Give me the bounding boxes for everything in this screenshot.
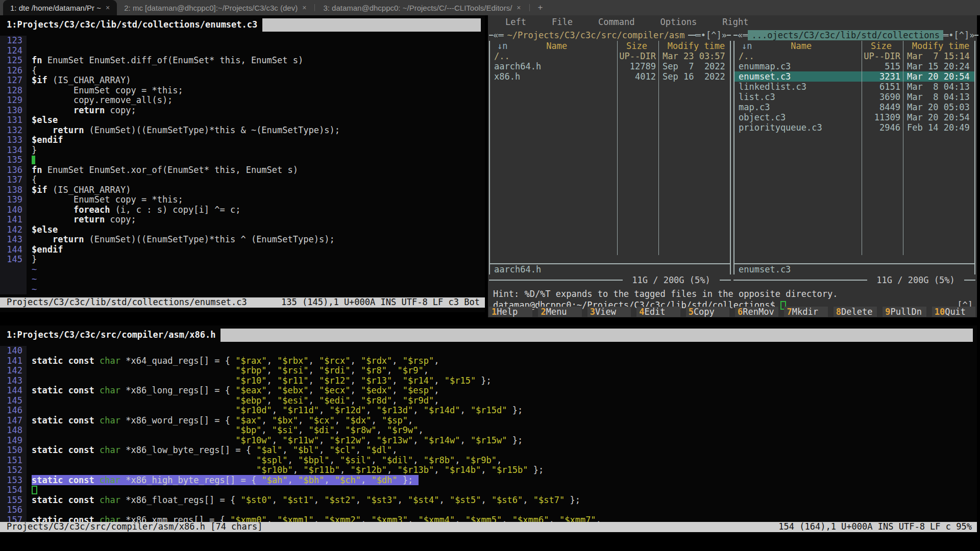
code-line[interactable]: 128 EnumSet copy = *this; bbox=[0, 86, 485, 96]
mc-menu-right[interactable]: Right bbox=[722, 17, 748, 27]
column-header-time[interactable]: Modify time bbox=[903, 41, 974, 51]
code-line[interactable]: 123 bbox=[0, 36, 485, 46]
column-header-size[interactable]: Size bbox=[617, 41, 659, 51]
code-line[interactable]: 156 bbox=[0, 505, 977, 515]
code-line[interactable]: 125fn EnumSet EnumSet.diff_of(EnumSet* t… bbox=[0, 56, 485, 66]
file-row[interactable]: object.c311309Mar 20 20:54 bbox=[734, 112, 974, 122]
sort-indicator[interactable]: ↓n bbox=[494, 41, 507, 51]
dte-editor-enumset-pane[interactable]: 1:Projects/C3/c3c/lib/std/collections/en… bbox=[0, 15, 485, 312]
fkey-number: 7 bbox=[784, 307, 792, 317]
fkey-7-mkdir[interactable]: 7Mkdir bbox=[784, 307, 827, 317]
fkey-8-delete[interactable]: 8Delete bbox=[834, 307, 877, 317]
code-line[interactable]: 152 "$r10b", "$r11b", "$r12b", "$r13b", … bbox=[0, 465, 977, 475]
code-line[interactable]: 142$else bbox=[0, 225, 485, 235]
code-area[interactable]: 123124125fn EnumSet EnumSet.diff_of(Enum… bbox=[0, 36, 485, 294]
panel-header[interactable]: «═...ojects/C3/c3c/lib/std/collections═•… bbox=[733, 30, 975, 41]
tab-close-icon[interactable]: × bbox=[517, 4, 521, 12]
code-line[interactable]: 139 EnumSet copy = *this; bbox=[0, 195, 485, 205]
dte-editor-x86h-pane[interactable]: 1:Projects/C3/c3c/src/compiler/asm/x86.h… bbox=[0, 325, 977, 532]
editor-title-bar: 1:Projects/C3/c3c/src/compiler/asm/x86.h bbox=[0, 329, 977, 342]
fkey-number: 10 bbox=[932, 307, 945, 317]
code-line[interactable]: 134} bbox=[0, 145, 485, 156]
code-line[interactable]: 137{ bbox=[0, 175, 485, 185]
code-line[interactable]: 136fn EnumSet EnumSet.xor_of(EnumSet* th… bbox=[0, 165, 485, 176]
line-number: 150 bbox=[0, 445, 27, 456]
line-number bbox=[0, 265, 27, 275]
fkey-4-edit[interactable]: 4Edit bbox=[636, 307, 680, 317]
tab-close-icon[interactable]: × bbox=[106, 4, 110, 12]
file-row[interactable]: aarch64.h12789Sep 7 2022 bbox=[490, 61, 730, 71]
code-line[interactable]: 133$endif bbox=[0, 135, 485, 145]
code-area[interactable]: 140141static const char *x64_quad_regs[]… bbox=[0, 346, 977, 525]
file-mtime: Sep 16 2022 bbox=[659, 71, 730, 82]
code-line[interactable]: 141 return copy; bbox=[0, 215, 485, 225]
panel-header[interactable]: «═~/Projects/C3/c3c/src/compiler/asm═•[^… bbox=[489, 30, 731, 41]
mc-menu-command[interactable]: Command bbox=[598, 17, 635, 27]
code-line[interactable]: 150static const char *x86_low_byte_regs[… bbox=[0, 445, 977, 456]
file-row[interactable]: linkedlist.c36151Mar 8 04:13 bbox=[734, 82, 974, 92]
file-row[interactable]: /..UP--DIRMar 7 15:14 bbox=[734, 51, 974, 61]
code-line[interactable]: 140 foreach (i, c : s) copy[i] ^= c; bbox=[0, 205, 485, 215]
code-line[interactable]: 132 return (EnumSet)((EnumSetType)*this … bbox=[0, 126, 485, 136]
code-line[interactable]: 143 "$r10", "$r11", "$r12", "$r13", "$r1… bbox=[0, 376, 977, 386]
file-name: map.c3 bbox=[739, 102, 770, 112]
code-line[interactable]: 140 bbox=[0, 346, 977, 356]
code-line[interactable]: 146 "$r10d", "$r11d", "$r12d", "$r13d", … bbox=[0, 406, 977, 416]
sort-indicator[interactable]: ↓n bbox=[739, 41, 752, 51]
fkey-6-renmov[interactable]: 6RenMov bbox=[735, 307, 778, 317]
line-number: 144 bbox=[0, 386, 27, 396]
code-line[interactable]: 138$if (IS_CHAR_ARRAY) bbox=[0, 185, 485, 195]
code-line[interactable]: 155static const char *x86_float_regs[] =… bbox=[0, 495, 977, 506]
file-row[interactable]: /..UP--DIRMar 23 03:57 bbox=[490, 51, 730, 61]
fkey-9-pulldn[interactable]: 9PullDn bbox=[883, 307, 926, 317]
column-header-name[interactable]: Name bbox=[752, 41, 850, 51]
code-line[interactable]: 145} bbox=[0, 255, 485, 265]
file-row[interactable]: enumset.c33231Mar 20 20:54 bbox=[734, 71, 974, 82]
file-row[interactable]: enummap.c3515Mar 15 20:24 bbox=[734, 61, 974, 71]
code-line-text: EnumSet copy = *this; bbox=[27, 86, 183, 96]
fkey-10-quit[interactable]: 10Quit bbox=[932, 307, 975, 317]
tab-close-icon[interactable]: × bbox=[302, 4, 306, 12]
file-row-empty bbox=[490, 163, 730, 173]
file-mtime: Mar 20 20:54 bbox=[903, 71, 974, 82]
tab-2[interactable]: 2: mc [dataman@dhcppc0]:~/Projects/C3/c3… bbox=[117, 0, 313, 15]
fkey-5-copy[interactable]: 5Copy bbox=[686, 307, 729, 317]
code-line[interactable]: 151 "$spl", "$bpl", "$sil", "$dil", "$r8… bbox=[0, 456, 977, 466]
code-line[interactable]: 144static const char *x86_long_regs[] = … bbox=[0, 386, 977, 396]
code-line[interactable]: 135 bbox=[0, 155, 485, 165]
mc-menu-file[interactable]: File bbox=[552, 17, 573, 27]
code-line[interactable]: 142 "$rbp", "$rsi", "$rdi", "$r8", "$r9"… bbox=[0, 366, 977, 376]
code-line[interactable]: 154 bbox=[0, 485, 977, 495]
mc-menu-left[interactable]: Left bbox=[505, 17, 526, 27]
code-line[interactable]: 141static const char *x64_quad_regs[] = … bbox=[0, 356, 977, 366]
code-line[interactable]: 148 "$bp", "$si", "$di", "$r8w", "$r9w", bbox=[0, 425, 977, 436]
new-tab-button[interactable]: + bbox=[531, 0, 550, 15]
code-line-text: } bbox=[27, 145, 37, 156]
code-line[interactable]: 129 copy.remove_all(s); bbox=[0, 95, 485, 106]
file-row[interactable]: x86.h4012Sep 16 2022 bbox=[490, 71, 730, 82]
tab-1[interactable]: 1: dte /home/dataman/Pr ~× bbox=[3, 0, 117, 15]
mc-menu-options[interactable]: Options bbox=[660, 17, 697, 27]
code-line[interactable]: 149 "$r10w", "$r11w", "$r12w", "$r13w", … bbox=[0, 436, 977, 446]
file-name: aarch64.h bbox=[494, 61, 541, 71]
tab-3[interactable]: 3: dataman@dhcppc0: ~/Projects/C/---CLIT… bbox=[316, 0, 528, 15]
column-header-name[interactable]: Name bbox=[507, 41, 606, 51]
code-line[interactable]: 153static const char *x86_high_byte_regs… bbox=[0, 475, 977, 486]
code-line[interactable]: 147static const char *x86_word_regs[] = … bbox=[0, 416, 977, 426]
code-line[interactable]: 131$else bbox=[0, 115, 485, 126]
code-line[interactable]: 144$endif bbox=[0, 245, 485, 255]
code-line[interactable]: 126{ bbox=[0, 66, 485, 76]
file-row[interactable]: list.c33690Mar 8 04:13 bbox=[734, 92, 974, 102]
code-line[interactable]: 127$if (IS_CHAR_ARRAY) bbox=[0, 76, 485, 86]
code-line[interactable]: 124 bbox=[0, 46, 485, 56]
code-line[interactable]: 130 return copy; bbox=[0, 106, 485, 116]
fkey-1-help[interactable]: 1Help bbox=[489, 307, 532, 317]
fkey-3-view[interactable]: 3View bbox=[587, 307, 631, 317]
column-header-size[interactable]: Size bbox=[862, 41, 903, 51]
fkey-2-menu[interactable]: 2Menu bbox=[538, 307, 581, 317]
column-header-time[interactable]: Modify time bbox=[659, 41, 730, 51]
file-row[interactable]: map.c38449Mar 20 05:03 bbox=[734, 102, 974, 112]
code-line[interactable]: 143 return (EnumSet)((EnumSetType)*this … bbox=[0, 235, 485, 245]
code-line[interactable]: 145 "$ebp", "$esi", "$edi", "$r8d", "$r9… bbox=[0, 396, 977, 406]
file-row[interactable]: priorityqueue.c32946Feb 14 20:49 bbox=[734, 122, 974, 133]
